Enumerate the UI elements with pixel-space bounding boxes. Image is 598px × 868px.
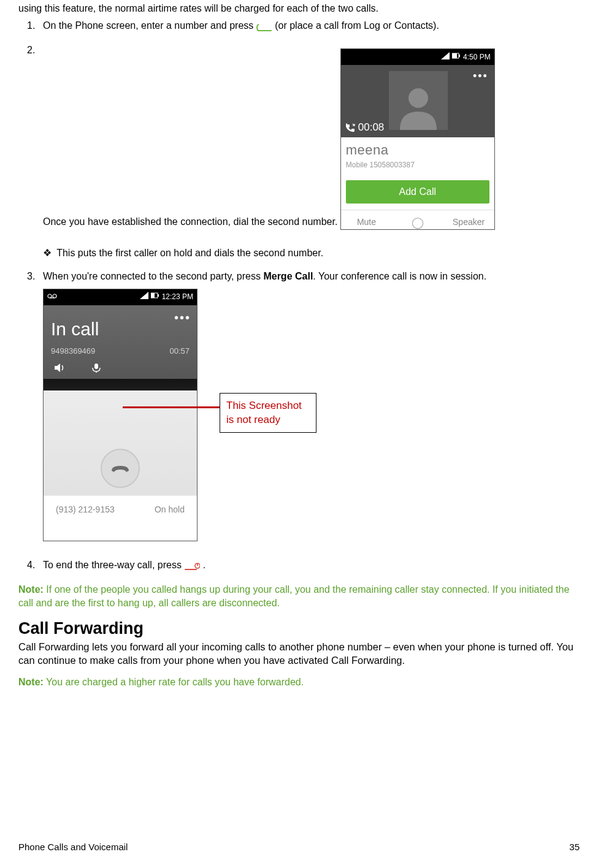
svg-marker-1 <box>441 52 450 59</box>
note-label-2: Note: <box>18 677 44 687</box>
incall-title: In call <box>51 316 190 342</box>
footer-page-number: 35 <box>569 842 580 852</box>
page-footer: Phone Calls and Voicemail 35 <box>18 842 580 852</box>
merge-call-label: Merge Call <box>263 271 313 281</box>
footer-section: Phone Calls and Voicemail <box>18 842 128 852</box>
signal-icon <box>441 52 450 63</box>
speaker-button[interactable]: Speaker <box>443 210 494 235</box>
note-1: Note: If one of the people you called ha… <box>18 583 580 609</box>
svg-point-5 <box>408 88 428 108</box>
svg-marker-9 <box>140 292 148 299</box>
contact-name: meena <box>341 137 494 160</box>
call-duration-badge: 00:08 <box>345 120 385 135</box>
step-2: 2. Once you have established the connect… <box>43 44 580 236</box>
screenshot-in-call: 12:23 PM ••• In call 9498369469 00:57 <box>43 289 197 541</box>
onhold-row: (913) 212-9153 On hold <box>44 495 197 525</box>
svg-rect-12 <box>158 294 159 297</box>
voicemail-icon <box>47 292 57 302</box>
note-body-1: If one of the people you called hangs up… <box>18 584 569 608</box>
mute-button[interactable]: Mute <box>341 210 392 235</box>
step-4: 4. To end the three-way call, press . <box>43 558 580 572</box>
end-call-button[interactable] <box>101 449 140 488</box>
speaker-icon[interactable] <box>53 363 66 376</box>
call-header-1: ••• 00:08 <box>341 65 494 137</box>
bullet-text: This puts the first caller on hold and d… <box>56 248 323 258</box>
step-4-post: . <box>203 560 205 570</box>
diamond-bullet-icon: ❖ <box>43 247 54 259</box>
note-2: Note: You are charged a higher rate for … <box>18 676 580 689</box>
annotation-text: This Screenshot is not ready <box>226 400 302 426</box>
signal-icon-2 <box>140 292 148 302</box>
step-4-pre: To end the three-way call, press <box>43 560 184 570</box>
svg-rect-13 <box>94 364 98 369</box>
svg-point-6 <box>48 294 52 298</box>
note-label-1: Note: <box>18 584 44 595</box>
mute-icon[interactable] <box>90 363 102 376</box>
hold-label: On hold <box>155 504 185 516</box>
dialpad-icon[interactable]: ◯ <box>392 210 443 235</box>
hold-number: (913) 212-9153 <box>56 504 115 516</box>
call-forwarding-heading: Call Forwarding <box>18 619 580 638</box>
svg-rect-11 <box>151 293 155 298</box>
status-time-1: 4:50 PM <box>463 52 491 63</box>
intro-text: using this feature, the normal airtime r… <box>18 2 580 15</box>
step-3: 3. When you're connected to the second p… <box>43 270 580 547</box>
call-forwarding-para: Call Forwarding lets you forward all you… <box>18 641 580 667</box>
svg-point-7 <box>53 294 56 298</box>
sub-bullet: ❖ This puts the first caller on hold and… <box>18 247 580 259</box>
step-1: 1. On the Phone screen, enter a number a… <box>43 19 580 32</box>
incall-header: ••• In call 9498369469 00:57 <box>44 305 197 379</box>
status-bar-2: 12:23 PM <box>44 289 197 305</box>
step-3-post: . Your conference call is now in session… <box>313 271 486 281</box>
add-call-button[interactable]: Add Call <box>346 180 489 204</box>
note-body-2: You are charged a higher rate for calls … <box>46 677 304 687</box>
status-time-2: 12:23 PM <box>162 292 193 302</box>
step-1-post: (or place a call from Log or Contacts). <box>275 20 439 31</box>
contact-number: Mobile 15058003387 <box>341 160 494 177</box>
svg-rect-4 <box>459 55 460 57</box>
incall-body <box>44 379 197 495</box>
overflow-icon: ••• <box>473 69 488 84</box>
battery-icon-2 <box>151 292 159 302</box>
step-1-pre: On the Phone screen, enter a number and … <box>43 20 256 31</box>
end-call-icon <box>184 561 200 569</box>
step-3-pre: When you're connected to the second part… <box>43 271 263 281</box>
overflow-icon-2: ••• <box>174 309 191 326</box>
call-duration-2: 00:57 <box>169 346 190 357</box>
call-icon <box>256 22 272 31</box>
annotation-box: This Screenshot is not ready <box>220 393 316 433</box>
call-duration-1: 00:08 <box>358 120 385 135</box>
screenshot-add-call: 4:50 PM ••• 00:08 meena Mobile 150580033… <box>340 48 495 230</box>
battery-icon <box>452 52 461 63</box>
avatar-placeholder <box>389 71 448 130</box>
active-number: 9498369469 <box>51 346 95 357</box>
annotation-connector <box>123 406 221 408</box>
call-controls-row: Mute ◯ Speaker <box>341 210 494 235</box>
status-bar-1: 4:50 PM <box>341 49 494 65</box>
step-2-text: Once you have established the connection… <box>43 216 337 227</box>
svg-rect-3 <box>452 53 457 58</box>
